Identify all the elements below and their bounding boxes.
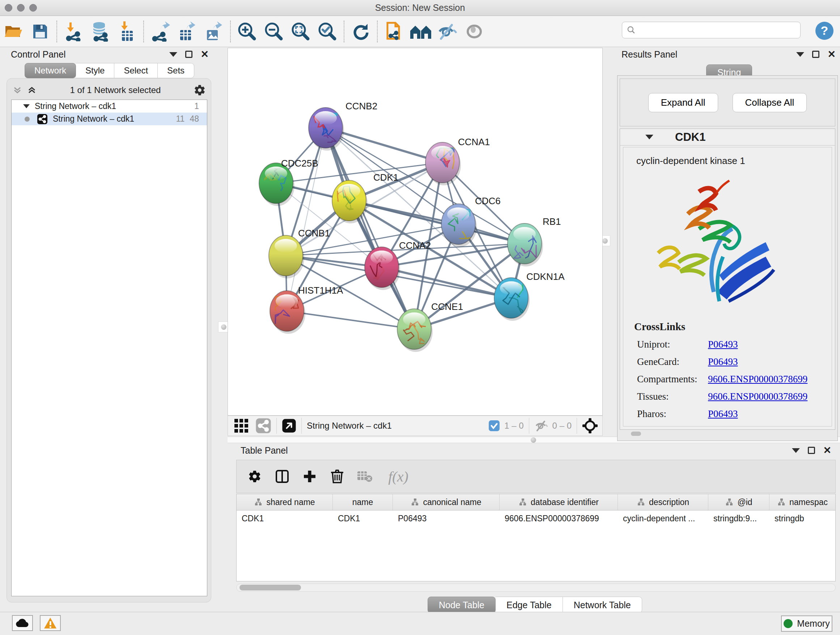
network-canvas[interactable]: CCNB2CCNA1CDC25BCDK1CDC6RB1CCNB1CCNA2CDK… bbox=[228, 48, 602, 415]
crosslink-genecard-link[interactable]: P06493 bbox=[708, 356, 738, 367]
control-panel: Control Panel ✕ Network Style Select Set… bbox=[4, 47, 214, 610]
network-node-cdkn1a[interactable]: CDKN1A bbox=[494, 271, 565, 321]
open-session-button[interactable] bbox=[0, 19, 27, 44]
warnings-button[interactable] bbox=[40, 615, 61, 631]
column-header-canonical-name[interactable]: canonical name bbox=[393, 494, 500, 510]
table-panel: Table Panel ✕ bbox=[232, 443, 840, 612]
network-node-ccnb1[interactable]: CCNB1 bbox=[269, 228, 330, 279]
network-edge[interactable] bbox=[287, 311, 414, 329]
zoom-fit-button[interactable] bbox=[287, 19, 314, 44]
tab-edge-table[interactable]: Edge Table bbox=[496, 597, 563, 613]
string-document-icon bbox=[385, 21, 403, 42]
zoom-selected-button[interactable] bbox=[314, 19, 341, 44]
expand-all-icon[interactable] bbox=[27, 85, 37, 96]
string-home-button[interactable] bbox=[407, 19, 434, 44]
search-input[interactable] bbox=[639, 25, 800, 35]
import-table-button[interactable] bbox=[114, 19, 141, 44]
column-header-shared-name[interactable]: shared name bbox=[237, 494, 333, 510]
float-panel-icon[interactable] bbox=[185, 51, 193, 58]
network-selection-status: 1 of 1 Network selected bbox=[37, 85, 194, 95]
toolbar-separator bbox=[377, 21, 378, 42]
network-node-cdc6[interactable]: CDC6 bbox=[441, 195, 501, 247]
column-header-name[interactable]: name bbox=[333, 494, 393, 510]
column-header-namespace[interactable]: namespac bbox=[769, 494, 835, 510]
panel-menu-icon[interactable] bbox=[796, 52, 804, 57]
import-network-file-button[interactable] bbox=[60, 19, 87, 44]
help-button[interactable]: ? bbox=[815, 21, 834, 42]
network-options-gear-icon[interactable] bbox=[194, 84, 206, 96]
zoom-out-button[interactable] bbox=[261, 19, 287, 44]
tab-network[interactable]: Network bbox=[25, 63, 76, 78]
column-header-description[interactable]: description bbox=[618, 494, 708, 510]
save-session-button[interactable] bbox=[27, 19, 54, 44]
close-panel-icon[interactable]: ✕ bbox=[827, 50, 836, 59]
cloud-status-button[interactable] bbox=[12, 615, 33, 631]
zoom-in-icon bbox=[237, 22, 257, 41]
column-flow-icon bbox=[637, 498, 645, 507]
export-table-button[interactable] bbox=[174, 19, 201, 44]
network-node-rb1[interactable]: RB1 bbox=[508, 216, 561, 266]
network-node-hist1h1a[interactable]: HIST1H1A bbox=[270, 285, 343, 334]
eye-gray-icon bbox=[465, 24, 484, 40]
table-hscrollbar[interactable] bbox=[236, 584, 836, 592]
table-hscrollbar-thumb[interactable] bbox=[240, 585, 301, 591]
table-row[interactable]: CDK1 CDK1 P06493 9606.ENSP00000378699 cy… bbox=[237, 510, 835, 526]
collapse-all-icon[interactable] bbox=[12, 85, 23, 96]
tab-select[interactable]: Select bbox=[114, 63, 158, 78]
selected-checkbox-icon[interactable] bbox=[488, 420, 500, 432]
control-panel-tabs: Network Style Select Sets bbox=[25, 63, 194, 78]
add-column-button[interactable] bbox=[296, 463, 324, 490]
network-node-ccne1[interactable]: CCNE1 bbox=[397, 301, 463, 352]
tree-expand-icon[interactable] bbox=[23, 104, 30, 108]
crosslink-tissues-link[interactable]: 9606.ENSP00000378699 bbox=[708, 391, 807, 402]
crosslink-uniprot-link[interactable]: P06493 bbox=[708, 339, 738, 350]
import-network-database-button[interactable] bbox=[87, 19, 114, 44]
expand-all-button[interactable]: Expand All bbox=[648, 93, 718, 112]
export-table-icon bbox=[178, 21, 196, 42]
results-hscrollbar-thumb[interactable] bbox=[631, 432, 641, 436]
panel-menu-icon[interactable] bbox=[792, 448, 800, 453]
memory-button[interactable]: Memory bbox=[781, 616, 832, 632]
float-panel-icon[interactable] bbox=[808, 447, 815, 454]
refresh-button[interactable] bbox=[347, 19, 374, 44]
toolbar-separator bbox=[57, 21, 57, 42]
database-network-icon bbox=[90, 21, 111, 42]
collapse-gene-icon[interactable] bbox=[645, 135, 653, 139]
import-table-icon bbox=[119, 21, 135, 42]
zoom-in-button[interactable] bbox=[234, 19, 261, 44]
column-header-at-id[interactable]: @id bbox=[708, 494, 769, 510]
hide-selected-button[interactable] bbox=[434, 19, 461, 44]
export-image-button[interactable] bbox=[201, 19, 227, 44]
tab-network-table[interactable]: Network Table bbox=[563, 597, 642, 613]
crosslink-compartments-link[interactable]: 9606.ENSP00000378699 bbox=[708, 374, 807, 385]
table-options-button[interactable] bbox=[241, 463, 268, 490]
float-panel-icon[interactable] bbox=[812, 51, 819, 58]
grid-view-icon[interactable] bbox=[233, 417, 249, 434]
panel-menu-icon[interactable] bbox=[169, 52, 177, 57]
tab-node-table[interactable]: Node Table bbox=[428, 597, 496, 613]
collapse-all-button[interactable]: Collapse All bbox=[733, 93, 807, 112]
help-icon: ? bbox=[815, 21, 834, 40]
node-label-cdk1: CDK1 bbox=[373, 172, 398, 183]
eye-slash-blue-icon bbox=[437, 23, 458, 40]
birdseye-view-icon[interactable] bbox=[282, 418, 296, 433]
hidden-eye-icon bbox=[534, 420, 549, 432]
network-tree-root-row[interactable]: String Network – cdk1 1 bbox=[11, 100, 207, 112]
tab-sets[interactable]: Sets bbox=[158, 63, 194, 78]
crosslink-pharos-link[interactable]: P06493 bbox=[708, 409, 738, 420]
show-columns-button[interactable] bbox=[268, 463, 296, 490]
column-header-database-identifier[interactable]: database identifier bbox=[500, 494, 618, 510]
close-panel-icon[interactable]: ✕ bbox=[201, 50, 209, 59]
fit-selected-crosshair-icon[interactable] bbox=[582, 418, 598, 434]
network-tree-child-row[interactable]: String Network – cdk1 11 48 bbox=[11, 112, 207, 125]
delete-column-button[interactable] bbox=[324, 463, 351, 490]
node-label-ccna1: CCNA1 bbox=[458, 136, 490, 147]
share-view-icon[interactable] bbox=[256, 418, 271, 434]
tab-style[interactable]: Style bbox=[76, 63, 114, 78]
network-edge[interactable] bbox=[287, 128, 325, 311]
export-network-button[interactable] bbox=[147, 19, 174, 44]
show-all-button[interactable] bbox=[461, 19, 488, 44]
open-in-string-button[interactable] bbox=[381, 19, 407, 44]
close-panel-icon[interactable]: ✕ bbox=[823, 446, 831, 455]
network-edge[interactable] bbox=[325, 128, 414, 329]
